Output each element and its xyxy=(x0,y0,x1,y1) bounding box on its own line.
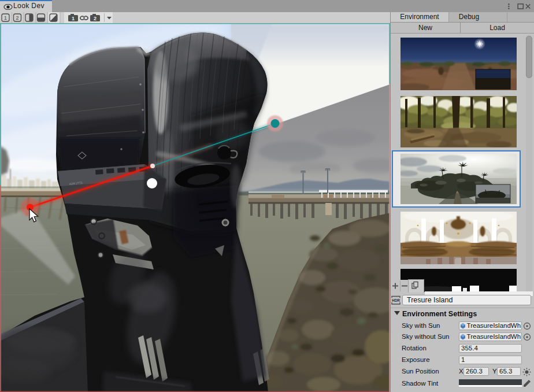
svg-text:2: 2 xyxy=(94,16,97,21)
svg-text:1: 1 xyxy=(4,14,7,21)
svg-text:1: 1 xyxy=(72,16,75,21)
svg-text:HDR: HDR xyxy=(392,298,400,302)
svg-text:2: 2 xyxy=(16,14,18,21)
